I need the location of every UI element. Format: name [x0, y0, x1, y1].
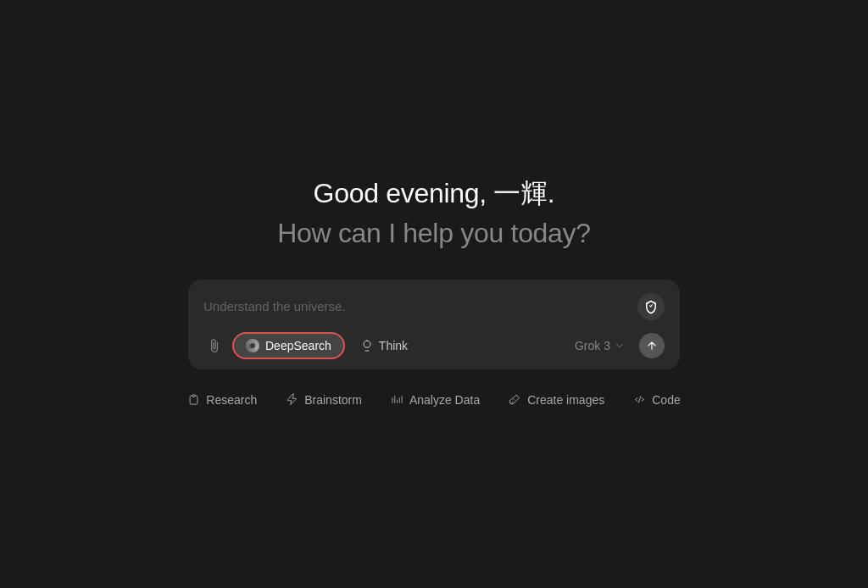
code-icon [633, 393, 646, 406]
think-label: Think [379, 339, 408, 352]
chart-icon [391, 393, 403, 406]
attach-icon [207, 338, 222, 353]
input-row: Understand the universe. [203, 293, 665, 320]
suggestion-brainstorm-label: Brainstorm [304, 393, 362, 407]
grok-icon-button[interactable] [637, 293, 665, 320]
attach-button[interactable] [203, 335, 225, 357]
input-placeholder[interactable]: Understand the universe. [203, 299, 637, 313]
grok-version-label: Grok 3 [575, 339, 610, 352]
greeting-section: Good evening, 一輝. How can I help you tod… [277, 175, 591, 249]
suggestion-research[interactable]: Research [175, 386, 269, 413]
greeting-title: Good evening, 一輝. [277, 175, 591, 213]
lightning-icon [286, 393, 298, 406]
greeting-subtitle: How can I help you today? [277, 218, 591, 249]
suggestion-code-label: Code [652, 393, 680, 407]
grok-logo-icon [643, 299, 659, 314]
suggestion-research-label: Research [206, 393, 257, 407]
suggestion-brainstorm[interactable]: Brainstorm [274, 386, 374, 413]
think-button[interactable]: Think [352, 334, 416, 358]
document-icon [187, 393, 200, 406]
suggestion-analyze-label: Analyze Data [409, 393, 480, 407]
suggestions-row: Research Brainstorm Analyze Data Create … [175, 386, 692, 413]
send-icon [646, 340, 658, 352]
grok-version-button[interactable]: Grok 3 [568, 334, 632, 358]
deep-search-button[interactable]: DeepSearch [232, 332, 345, 359]
input-container: Understand the universe. DeepSearch Thin… [188, 280, 680, 369]
send-button[interactable] [639, 333, 665, 358]
chevron-down-icon [614, 340, 626, 352]
lightbulb-icon [360, 339, 374, 352]
toolbar-row: DeepSearch Think Grok 3 [203, 332, 665, 359]
deep-search-icon [246, 339, 259, 352]
suggestion-code[interactable]: Code [621, 386, 692, 413]
suggestion-create-images[interactable]: Create images [497, 386, 616, 413]
suggestion-create-images-label: Create images [527, 393, 604, 407]
deep-search-label: DeepSearch [265, 339, 331, 352]
suggestion-analyze[interactable]: Analyze Data [379, 386, 492, 413]
wand-icon [509, 393, 521, 406]
